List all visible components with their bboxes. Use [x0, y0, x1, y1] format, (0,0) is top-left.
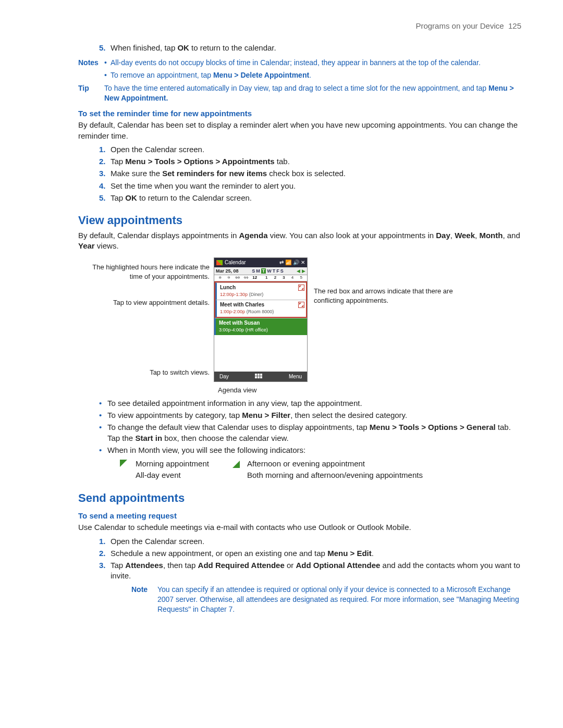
status-icons: ⇄📶🔊✕	[278, 259, 305, 266]
callout-left-2: Tap to view appointment details.	[113, 298, 210, 307]
day-button[interactable]: Day	[219, 373, 229, 380]
device-bottombar: Day Menu	[214, 372, 307, 382]
view-bullets: To see detailed appointment information …	[99, 398, 521, 455]
notes-block: Notes •All-day events do not occupy bloc…	[78, 58, 521, 81]
view-body: By default, Calendar displays appointmen…	[78, 230, 521, 252]
appt-susan[interactable]: Meet with Susan 3:00p-4:00p (HR office)	[214, 318, 307, 335]
reminder-subhead: To set the reminder time for new appoint…	[78, 108, 521, 119]
callout-left-3: Tap to switch views.	[150, 368, 210, 377]
view-heading: View appointments	[78, 213, 521, 228]
menu-button[interactable]: Menu	[289, 373, 302, 380]
afternoon-indicator-icon	[231, 460, 240, 468]
bullet-3: To change the default view that Calendar…	[99, 422, 521, 443]
nav-arrows-icon[interactable]: ◀ ▶	[297, 268, 305, 274]
reminder-body: By default, Calendar has been set to dis…	[78, 120, 521, 141]
header-page: 125	[508, 21, 521, 30]
bullet-4: When in Month view, you will see the fol…	[99, 445, 521, 455]
page-header: Programs on your Device 125	[78, 21, 521, 31]
appt-charles[interactable]: Meet with Charles 1:00p-2:00p (Room 8000…	[215, 300, 306, 318]
morning-indicator-icon	[120, 460, 128, 468]
send-heading: Send appointments	[78, 490, 521, 506]
view-switch-icon[interactable]	[255, 374, 262, 379]
notes-label: Notes	[78, 58, 104, 81]
note-2: To remove an appointment, tap Menu > Del…	[111, 70, 311, 80]
callout-right-1: The red box and arrows indicate that the…	[314, 287, 455, 305]
send-subhead: To send a meeting request	[78, 511, 521, 521]
tip-text: To have the time entered automatically i…	[104, 83, 521, 103]
indicator-row-1: Morning appointment Afternoon or evening…	[120, 459, 521, 469]
device-screenshot: Calendar ⇄📶🔊✕ Mar 25, 08 SMTWTFS ◀ ▶ 891…	[214, 257, 308, 382]
bullet-2: To view appointments by category, tap Me…	[99, 410, 521, 421]
conflict-icon	[298, 302, 304, 308]
conflict-icon	[298, 285, 304, 291]
callout-left-1: The highlighted hours here indicate the …	[78, 263, 210, 281]
note-1: All-day events do not occupy blocks of t…	[111, 58, 481, 68]
step-5: 5. When finished, tap OK to return to th…	[99, 43, 521, 53]
device-titlebar: Calendar ⇄📶🔊✕	[214, 258, 307, 267]
bullet-1: To see detailed appointment information …	[99, 398, 521, 409]
screenshot-block: The highlighted hours here indicate the …	[78, 257, 521, 382]
windows-flag-icon	[216, 260, 223, 265]
reminder-steps: 1.Open the Calendar screen. 2.Tap Menu >…	[99, 144, 521, 203]
tip-block: Tip To have the time entered automatical…	[78, 83, 521, 103]
both-indicator-icon	[231, 471, 240, 479]
nested-note: Note You can specify if an attendee is r…	[131, 585, 521, 614]
agenda-caption: Agenda view	[218, 386, 521, 395]
appt-lunch[interactable]: Lunch 12:00p-1:30p (Diner)	[215, 282, 306, 300]
device-datebar: Mar 25, 08 SMTWTFS ◀ ▶	[214, 267, 307, 275]
allday-indicator-icon	[120, 471, 128, 479]
tip-label: Tip	[78, 83, 104, 103]
header-section: Programs on your Device	[415, 21, 504, 30]
send-steps: 1.Open the Calendar screen. 2.Schedule a…	[99, 536, 521, 614]
indicator-row-2: All-day event Both morning and afternoon…	[120, 470, 521, 480]
step-list-top: 5. When finished, tap OK to return to th…	[99, 43, 521, 53]
send-body: Use Calendar to schedule meetings via e-…	[78, 522, 521, 533]
